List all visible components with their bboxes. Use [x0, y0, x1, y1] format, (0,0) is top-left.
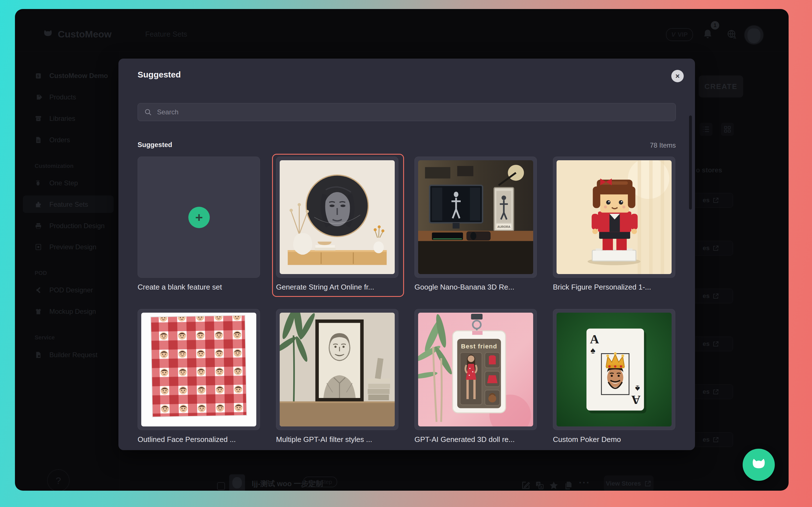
brand-cat-icon	[42, 27, 54, 40]
more-options-icon[interactable]: ···	[579, 477, 590, 488]
stores-column-header: o stores	[696, 166, 722, 174]
doll-blister-preview: Best friend	[418, 313, 533, 427]
card-title: Create a blank feature set	[138, 283, 264, 291]
create-button[interactable]: CREATE	[699, 75, 743, 98]
modal-scrollbar[interactable]	[689, 115, 692, 210]
sidebar-section-pod: POD	[35, 270, 47, 276]
external-link-icon	[712, 245, 719, 251]
card-title: Brick Figure Personalized 1-...	[553, 283, 680, 291]
view-stores-link[interactable]: es	[689, 432, 733, 447]
card-3d-doll[interactable]: Best friend	[414, 309, 537, 430]
card-outlined-face-blanket[interactable]	[138, 309, 260, 430]
sidebar-item-label: Feature Sets	[49, 201, 88, 209]
list-view-icon	[702, 125, 710, 133]
view-stores-link[interactable]: es	[689, 241, 733, 256]
external-link-icon	[712, 388, 719, 395]
sidebar-item-orders[interactable]: Orders	[35, 132, 119, 148]
card-brick-figure[interactable]	[553, 157, 675, 278]
tools-icon	[35, 286, 42, 294]
view-stores-button[interactable]: View Stores	[604, 475, 654, 491]
view-stores-link[interactable]: es	[689, 337, 733, 351]
card-title: Google Nano-Banana 3D Re...	[414, 283, 541, 291]
tag-icon	[35, 94, 42, 101]
sidebar-item-label: Builder Request	[49, 351, 98, 359]
row-thumbnail	[229, 474, 245, 491]
sidebar-item-builder-request[interactable]: Builder Request	[35, 347, 119, 363]
request-doc-icon	[35, 351, 42, 358]
card-nano-banana-3d[interactable]: AURORA	[414, 157, 537, 278]
grid-view-icon	[723, 125, 731, 133]
sidebar-store-switcher[interactable]: $ CustoMeow Demo	[35, 68, 119, 83]
poker-rank-top: A	[590, 332, 599, 346]
gingham-blanket-preview	[141, 313, 256, 427]
sidebar-item-preview-design[interactable]: Preview Design	[35, 239, 119, 255]
search-bar[interactable]	[138, 103, 676, 121]
sidebar-item-libraries[interactable]: Libraries	[35, 111, 119, 126]
card-title: Outlined Face Personalized ...	[138, 435, 264, 444]
sidebar-item-mockup-design[interactable]: Mockup Design	[35, 304, 119, 320]
favorite-star-icon[interactable]	[549, 481, 559, 490]
list-view-toggle[interactable]	[700, 123, 712, 136]
view-stores-link[interactable]: es	[689, 385, 733, 399]
card-string-art[interactable]	[276, 157, 398, 278]
printer-icon	[35, 222, 42, 230]
string-art-preview	[280, 160, 395, 274]
plus-icon[interactable]: +	[188, 207, 210, 228]
grid-view-toggle[interactable]	[721, 123, 734, 136]
language-globe-icon[interactable]: A	[726, 29, 738, 40]
one-step-badge: One Step	[303, 476, 337, 487]
archive-icon	[35, 115, 42, 122]
vip-label: VIP	[678, 31, 688, 38]
vip-badge[interactable]: V VIP	[666, 28, 693, 41]
sidebar-item-products[interactable]: Products	[35, 89, 119, 105]
sketch-portrait-preview	[280, 313, 395, 427]
sidebar-item-label: Mockup Design	[49, 307, 96, 316]
help-button[interactable]: ?	[47, 469, 70, 491]
svg-text:$: $	[37, 74, 39, 78]
sidebar-item-feature-sets[interactable]: Feature Sets	[35, 196, 119, 212]
card-title: Custom Poker Demo	[553, 435, 680, 444]
sidebar-item-one-step[interactable]: One Step	[35, 175, 119, 191]
card-title: GPT-AI Generated 3D doll re...	[414, 435, 541, 444]
svg-text:A: A	[733, 35, 736, 40]
search-icon	[144, 108, 152, 116]
svg-text:A: A	[540, 485, 542, 489]
items-count: 78 Items	[650, 142, 676, 149]
duplicate-icon[interactable]	[564, 481, 573, 490]
page-title: Feature Sets	[145, 30, 187, 39]
user-avatar[interactable]	[744, 25, 764, 45]
edit-icon[interactable]	[521, 481, 530, 490]
brick-figure-preview	[557, 160, 672, 274]
avatar-face	[748, 29, 760, 43]
view-stores-link[interactable]: es	[689, 193, 733, 208]
sidebar-item-label: Libraries	[49, 115, 75, 122]
thumbnail-face	[232, 477, 242, 489]
view-stores-link[interactable]: es	[689, 289, 733, 303]
shop-icon: $	[35, 72, 42, 79]
external-link-icon	[712, 436, 719, 443]
card-custom-poker[interactable]: A ♠ A ♠	[553, 309, 675, 430]
modal-title: Suggested	[138, 70, 181, 79]
puzzle-icon	[35, 201, 42, 208]
figure-box-label: AURORA	[497, 225, 511, 228]
bell-icon[interactable]	[702, 28, 714, 41]
topbar: CustoMeow Feature Sets V VIP 1 A	[15, 9, 789, 52]
chat-widget-button[interactable]	[743, 449, 775, 481]
cat-logo-icon	[749, 455, 769, 474]
card-title: Multiple GPT-AI filter styles ...	[276, 435, 403, 444]
poker-rank-bottom: A	[631, 393, 640, 407]
search-input[interactable]	[156, 108, 669, 116]
sidebar-item-label: Preview Design	[49, 243, 96, 251]
sidebar-item-production-design[interactable]: Production Design	[35, 218, 119, 234]
row-checkbox[interactable]	[217, 482, 225, 490]
poker-card-preview: A ♠ A ♠	[557, 313, 672, 427]
translate-icon[interactable]: 文A	[535, 481, 545, 490]
card-title: Generate String Art Online fr...	[276, 283, 403, 291]
card-gpt-filter-styles[interactable]	[276, 309, 398, 430]
card-blank-feature-set[interactable]: +	[138, 157, 260, 278]
poker-suit-top: ♠	[591, 346, 595, 356]
close-icon[interactable]: ×	[671, 70, 684, 82]
sidebar-item-label: One Step	[49, 179, 78, 187]
suggested-modal: Suggested × Suggested 78 Items +	[118, 59, 695, 450]
sidebar-item-pod-designer[interactable]: POD Designer	[35, 282, 119, 298]
